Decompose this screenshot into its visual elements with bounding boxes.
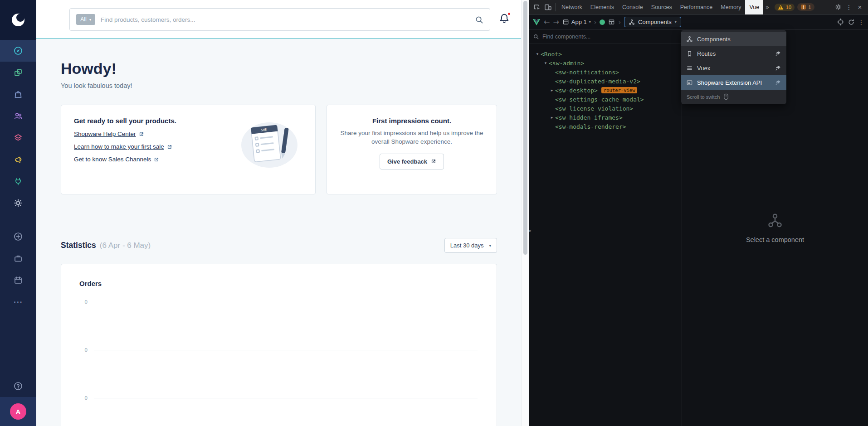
avatar-initial: A xyxy=(16,408,21,416)
shopware-logo xyxy=(0,0,36,40)
tree-row[interactable]: ▾ <Root> xyxy=(529,49,682,58)
collapse-caret-icon[interactable]: ▾ xyxy=(534,52,541,56)
menu-item-vuex[interactable]: Vuex xyxy=(681,61,786,75)
component-tag: <sw-desktop> xyxy=(555,87,598,94)
tree-row[interactable]: <sw-duplicated-media-v2> xyxy=(529,77,682,86)
tree-row[interactable]: <sw-notifications> xyxy=(529,68,682,77)
tab-elements[interactable]: Elements xyxy=(586,0,618,15)
tree-row[interactable]: ▾ <sw-admin> xyxy=(529,58,682,68)
pin-icon[interactable] xyxy=(775,50,781,57)
warning-badge[interactable]: 10 xyxy=(775,4,795,11)
sidebar-item-extensions[interactable] xyxy=(0,170,36,192)
tab-performance[interactable]: Performance xyxy=(676,0,717,15)
sidebar-item-content[interactable] xyxy=(0,127,36,149)
menu-item-shopware-extension-api[interactable]: Shopware Extension API xyxy=(681,75,786,90)
feedback-card-title: First impressions count. xyxy=(338,117,486,125)
link-sales-channels[interactable]: Get to know Sales Channels xyxy=(74,156,159,163)
devtools-menu-button[interactable]: ⋮ xyxy=(844,1,854,13)
scrollbar-thumb[interactable] xyxy=(523,1,527,255)
refresh-icon xyxy=(848,19,855,26)
sidebar-item-dashboard[interactable] xyxy=(0,40,36,62)
gear-icon xyxy=(835,4,842,10)
sidebar-item-orders[interactable] xyxy=(0,83,36,105)
sidebar-item-calendar[interactable] xyxy=(0,269,36,291)
global-search[interactable]: All ▾ xyxy=(69,8,490,31)
devtools-settings-button[interactable] xyxy=(833,1,844,13)
tree-row[interactable]: ▸ <sw-desktop> router-view xyxy=(529,86,682,95)
tab-sources[interactable]: Sources xyxy=(647,0,676,15)
svg-text:SHE: SHE xyxy=(261,128,267,132)
close-devtools-button[interactable]: × xyxy=(854,1,865,13)
app-select[interactable]: App 1 ▾ xyxy=(562,19,591,25)
sidebar-item-catalogues[interactable] xyxy=(0,62,36,83)
inspect-element-button[interactable] xyxy=(532,1,542,13)
tab-console[interactable]: Console xyxy=(618,0,647,15)
breadcrumb-chevron-icon: › xyxy=(594,19,597,26)
collapse-caret-icon[interactable]: ▾ xyxy=(542,61,549,65)
components-search-input[interactable] xyxy=(542,34,677,40)
sidebar-item-customers[interactable] xyxy=(0,105,36,127)
shopware-app: ⋯ A All ▾ xyxy=(0,0,529,426)
sidebar-item-marketing[interactable] xyxy=(0,149,36,170)
tab-network[interactable]: Network xyxy=(557,0,586,15)
mouse-icon xyxy=(723,93,729,100)
date-range-select[interactable]: Last 30 days ▾ xyxy=(444,238,497,253)
inspector-select-button[interactable]: Components ▾ xyxy=(624,17,681,27)
vue-more-options-button[interactable]: ⋮ xyxy=(858,19,864,26)
routes-icon xyxy=(686,50,693,57)
tree-row[interactable]: <sw-settings-cache-modal> xyxy=(529,95,682,104)
app-select-label: App 1 xyxy=(571,19,587,25)
give-feedback-button[interactable]: Give feedback xyxy=(380,154,444,169)
pin-icon[interactable] xyxy=(775,79,781,86)
marketing-megaphone-icon xyxy=(13,155,23,165)
sidebar-item-more[interactable]: ⋯ xyxy=(0,291,36,313)
help-icon xyxy=(13,381,23,391)
component-tag: <sw-hidden-iframes> xyxy=(555,114,623,121)
feedback-card-body: Share your first impressions and help us… xyxy=(339,129,485,146)
give-feedback-label: Give feedback xyxy=(387,158,427,165)
extension-api-icon xyxy=(686,79,693,86)
expand-caret-icon[interactable]: ▸ xyxy=(549,88,555,92)
layout-grid-button[interactable] xyxy=(608,19,615,25)
user-avatar[interactable]: A xyxy=(10,403,26,420)
tab-memory[interactable]: Memory xyxy=(717,0,745,15)
history-forward-button[interactable]: → xyxy=(553,18,559,26)
history-back-button[interactable]: ← xyxy=(544,18,550,26)
search-scope-chip[interactable]: All ▾ xyxy=(76,14,95,25)
search-input[interactable] xyxy=(101,16,469,23)
link-label: Learn how to make your first sale xyxy=(74,144,164,150)
more-tabs-button[interactable]: » xyxy=(763,4,771,10)
screen: ⋯ A All ▾ xyxy=(0,0,868,426)
panel-resize-handle[interactable]: ▸ xyxy=(529,228,532,233)
link-first-sale[interactable]: Learn how to make your first sale xyxy=(74,144,172,150)
issue-badge[interactable]: 1 xyxy=(797,3,814,11)
inspect-icon xyxy=(533,4,541,11)
tab-vue[interactable]: Vue xyxy=(745,0,763,15)
device-toolbar-button[interactable] xyxy=(542,1,553,13)
expand-caret-icon[interactable]: ▸ xyxy=(549,115,555,120)
breadcrumb-chevron-icon: › xyxy=(618,19,621,26)
y-axis-tick: 0 xyxy=(79,299,88,305)
notifications-button[interactable] xyxy=(498,12,511,26)
menu-item-components[interactable]: Components xyxy=(681,32,786,46)
sidebar-item-settings[interactable] xyxy=(0,192,36,214)
devtools-tab-bar: Network Elements Console Sources Perform… xyxy=(529,0,868,15)
refresh-button[interactable] xyxy=(848,19,855,26)
menu-item-routes[interactable]: Routes xyxy=(681,46,786,61)
help-button[interactable] xyxy=(0,375,36,397)
warning-icon xyxy=(778,5,784,10)
settings-gear-icon xyxy=(13,198,23,208)
search-icon[interactable] xyxy=(475,15,483,24)
gridline xyxy=(94,398,478,398)
pin-icon[interactable] xyxy=(775,65,781,71)
sidebar-item-add[interactable] xyxy=(0,226,36,247)
sidebar-item-briefcase[interactable] xyxy=(0,247,36,269)
components-search[interactable] xyxy=(529,30,682,44)
tree-row[interactable]: <sw-license-violation> xyxy=(529,104,682,113)
link-help-center[interactable]: Shopware Help Center xyxy=(74,131,144,137)
tree-row[interactable]: ▸ <sw-hidden-iframes> xyxy=(529,113,682,122)
locate-component-button[interactable] xyxy=(837,18,844,26)
inspector-select-label: Components xyxy=(638,19,672,25)
content-layers-icon xyxy=(13,133,23,143)
tree-row[interactable]: <sw-modals-renderer> xyxy=(529,122,682,131)
